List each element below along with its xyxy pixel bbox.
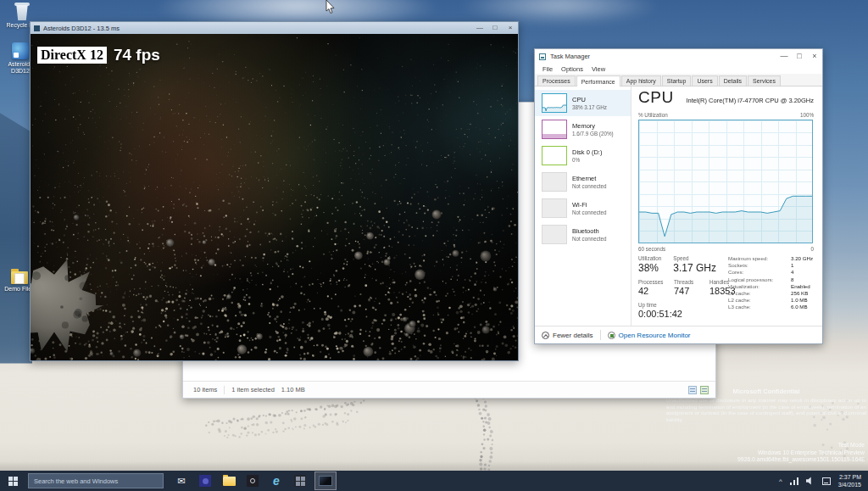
app-thumbnail-icon	[319, 476, 332, 486]
ethernet-mini-graph-icon	[542, 172, 567, 192]
icons-view-icon[interactable]	[700, 386, 709, 394]
asteroids-demo-window: Asteroids D3D12 - 13.5 ms — □ × DirectX …	[30, 21, 519, 361]
task-manager-icon	[539, 53, 546, 60]
taskbar-clock[interactable]: 2:37 PM 3/4/2015	[838, 473, 861, 488]
taskbar-windows-app-button[interactable]	[289, 471, 311, 491]
app-window-icon	[34, 25, 40, 31]
disk-mini-graph-icon	[542, 146, 567, 165]
clock-time: 2:37 PM	[838, 473, 861, 481]
asteroids-title-bar[interactable]: Asteroids D3D12 - 13.5 ms — □ ×	[31, 22, 518, 34]
test-mode-line: 9926.0.amd64fre.fbl_awesome1501.150119-1…	[737, 456, 865, 464]
explorer-view-toggles	[685, 386, 709, 394]
menu-file[interactable]: File	[538, 65, 557, 73]
fewer-details-button[interactable]: Fewer details	[553, 332, 593, 339]
tab-performance[interactable]: Performance	[576, 75, 620, 86]
minimize-button[interactable]: —	[472, 22, 487, 34]
stat-processes: Processes42	[638, 279, 664, 296]
system-tray: ^ 2:37 PM 3/4/2015	[779, 471, 868, 491]
desktop: Recycle Bin Asteroids D3D12 Demo Files M…	[0, 0, 868, 491]
sidebar-item-cpu[interactable]: CPU38% 3.17 GHz	[535, 90, 631, 116]
graph-x-window: 60 seconds	[638, 246, 665, 252]
app-shortcut-icon	[12, 42, 29, 59]
cpu-model-name: Intel(R) Core(TM) i7-4770R CPU @ 3.20GHz	[686, 97, 814, 104]
cpu-mini-graph-icon	[542, 93, 567, 113]
details-view-icon[interactable]	[688, 386, 697, 394]
action-center-icon[interactable]	[822, 477, 831, 485]
browser-e-icon: e	[273, 475, 280, 487]
recycle-bin-icon	[0, 3, 44, 20]
taskbar: ✉ e ^ 2:37 PM 3/4/2015	[0, 471, 868, 491]
divider	[600, 330, 601, 340]
cpu-performance-panel: CPU Intel(R) Core(TM) i7-4770R CPU @ 3.2…	[632, 86, 822, 326]
fewer-details-icon	[542, 332, 549, 339]
tab-details[interactable]: Details	[719, 75, 747, 86]
tab-services[interactable]: Services	[748, 75, 781, 86]
cpu-utilization-graph[interactable]	[638, 120, 813, 243]
mouse-cursor	[326, 0, 336, 15]
volume-icon[interactable]	[806, 477, 815, 485]
explorer-items-count: 10 items	[193, 386, 217, 393]
wifi-mini-graph-icon	[542, 198, 567, 218]
cpu-spec-list: Maximum speed:3.20 GHz Sockets:1 Cores:4…	[728, 255, 818, 311]
network-icon[interactable]	[790, 477, 798, 485]
divider	[224, 386, 225, 394]
tray-expand-icon[interactable]: ^	[779, 477, 782, 485]
close-button[interactable]: ×	[807, 49, 822, 64]
explorer-status-bar: 10 items 1 item selected 1.10 MB	[183, 381, 715, 398]
close-button[interactable]: ×	[503, 22, 518, 34]
graph-y-label: % Utilization	[638, 112, 668, 118]
tab-startup[interactable]: Startup	[662, 75, 692, 86]
tab-app-history[interactable]: App history	[621, 75, 661, 86]
menu-view[interactable]: View	[587, 65, 609, 73]
search-input[interactable]	[28, 473, 164, 488]
explorer-selection: 1 item selected	[231, 386, 274, 393]
sidebar-item-wifi[interactable]: Wi-FiNot connected	[535, 195, 631, 221]
menu-options[interactable]: Options	[557, 65, 587, 73]
start-button[interactable]	[0, 471, 25, 491]
confidential-body: Unauthorized use or disclosure in any ma…	[666, 397, 866, 422]
stat-uptime: Up time 0:00:51:42	[638, 302, 682, 319]
store-app-icon	[199, 475, 211, 487]
resource-monitor-icon	[608, 332, 615, 339]
stat-speed: Speed3.17 GHz	[673, 255, 716, 274]
sidebar-item-disk[interactable]: Disk 0 (D:)0%	[535, 142, 631, 169]
menu-bar: File Options View	[535, 64, 822, 74]
taskbar-file-explorer-button[interactable]	[218, 471, 240, 491]
maximize-button[interactable]: □	[792, 49, 807, 64]
maximize-button[interactable]: □	[487, 22, 503, 34]
test-mode-line: Test Mode	[737, 442, 865, 449]
panel-heading: CPU	[638, 88, 674, 107]
graph-y-max: 100%	[800, 112, 814, 118]
stat-utilization: Utilization38%	[638, 255, 661, 274]
sidebar-item-ethernet[interactable]: EthernetNot connected	[535, 169, 631, 195]
tab-users[interactable]: Users	[692, 75, 717, 86]
minimize-button[interactable]: —	[776, 49, 792, 64]
windows-app-icon	[294, 475, 306, 487]
directx-badge: DirectX 12	[37, 47, 107, 64]
hud-overlay: DirectX 12 74 fps	[37, 46, 160, 64]
taskbar-active-app-button[interactable]	[314, 471, 337, 490]
test-mode-line: Windows 10 Enterprise Technical Preview	[737, 449, 865, 457]
open-resource-monitor-link[interactable]: Open Resource Monitor	[619, 332, 691, 339]
taskbar-browser-button[interactable]: e	[265, 471, 287, 491]
file-explorer-icon	[223, 477, 236, 486]
mail-icon: ✉	[177, 476, 185, 487]
sidebar-item-bluetooth[interactable]: BluetoothNot connected	[535, 221, 631, 248]
task-manager-title-bar[interactable]: Task Manager — □ ×	[535, 49, 822, 64]
stat-threads: Threads747	[674, 279, 699, 296]
taskbar-store-button[interactable]	[194, 471, 216, 491]
tab-bar: Processes Performance App history Startu…	[535, 74, 822, 86]
taskbar-mail-button[interactable]: ✉	[170, 471, 192, 491]
folder-icon	[11, 271, 28, 284]
asteroid-field-render	[31, 34, 518, 360]
taskbar-photos-button[interactable]	[242, 471, 264, 491]
test-mode-watermark: Test Mode Windows 10 Enterprise Technica…	[737, 442, 865, 464]
task-manager-footer: Fewer details Open Resource Monitor	[535, 326, 822, 343]
photos-app-icon	[247, 475, 259, 487]
explorer-selection-size: 1.10 MB	[281, 386, 305, 393]
fps-counter: 74 fps	[114, 46, 160, 64]
graph-x-zero: 0	[810, 246, 814, 252]
sidebar-item-memory[interactable]: Memory1.6/7.9 GB (20%)	[535, 116, 631, 142]
memory-mini-graph-icon	[542, 120, 567, 139]
tab-processes[interactable]: Processes	[537, 75, 576, 86]
